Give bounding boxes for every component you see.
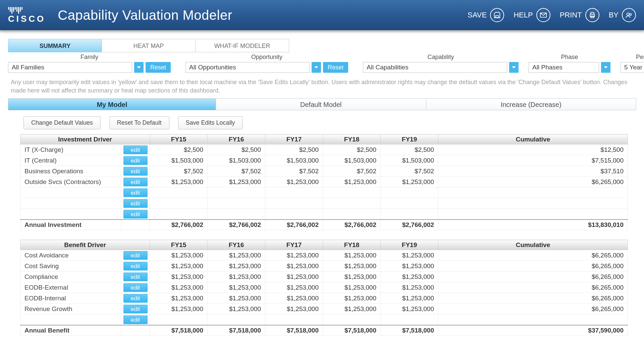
svg-point-5 — [627, 13, 629, 15]
cell-value: $1,253,000 — [381, 304, 438, 314]
tab-whatif[interactable]: WHAT-IF MODELER — [195, 39, 289, 52]
edit-button[interactable]: edit — [123, 188, 148, 197]
total-row: Annual Benefit$7,518,000$7,518,000$7,518… — [20, 325, 628, 336]
period-dropdown[interactable]: 5 Year — [621, 62, 644, 73]
model-tabs: My Model Default Model Increase (Decreas… — [8, 98, 636, 110]
family-dd-arrow-icon[interactable] — [134, 62, 144, 73]
row-label: EODB-Internal — [20, 293, 121, 304]
cell-cumulative: $6,265,000 — [438, 282, 628, 293]
opportunity-dd-arrow-icon[interactable] — [312, 62, 321, 73]
edit-button[interactable]: edit — [123, 210, 148, 219]
phase-dd-arrow-icon[interactable] — [601, 62, 610, 73]
capability-dd-arrow-icon[interactable] — [509, 62, 519, 73]
row-label — [20, 198, 121, 209]
cell-value — [323, 209, 381, 220]
row-label: EODB-External — [20, 282, 121, 293]
cell-value: $1,253,000 — [323, 293, 381, 304]
table-row: Cost Avoidanceedit$1,253,000$1,253,000$1… — [20, 250, 628, 261]
cell-value: $1,253,000 — [208, 304, 265, 314]
cell-cumulative — [438, 198, 628, 209]
tab-default-model[interactable]: Default Model — [216, 98, 426, 110]
edit-button[interactable]: edit — [123, 199, 148, 208]
tab-summary[interactable]: SUMMARY — [8, 39, 102, 52]
edit-button[interactable]: edit — [123, 167, 148, 176]
period-label: Period — [636, 54, 644, 61]
opportunity-label: Opportunity — [251, 54, 282, 61]
cell-value: $1,503,000 — [208, 155, 265, 166]
cisco-logo-bars — [8, 7, 46, 14]
edit-button[interactable]: edit — [123, 273, 148, 281]
phase-label: Phase — [561, 54, 578, 61]
family-label: Family — [80, 54, 98, 61]
edit-button[interactable]: edit — [123, 178, 148, 186]
edit-button[interactable]: edit — [123, 315, 148, 324]
row-label — [20, 209, 121, 220]
cell-value: $1,253,000 — [150, 282, 208, 293]
header-shadow — [0, 30, 644, 33]
th-fy18-b: FY18 — [323, 240, 381, 250]
by-button[interactable]: BY — [609, 8, 636, 22]
th-investment-driver: Investment Driver — [20, 134, 150, 144]
svg-rect-0 — [496, 16, 499, 18]
family-dropdown[interactable]: All Families — [8, 62, 132, 73]
edit-button[interactable]: edit — [123, 156, 148, 165]
cell-value: $1,253,000 — [208, 272, 265, 282]
cell-value: $1,253,000 — [208, 177, 265, 187]
tab-increase-decrease[interactable]: Increase (Decrease) — [426, 98, 637, 110]
phase-value: All Phases — [532, 62, 562, 73]
edit-button[interactable]: edit — [123, 145, 148, 154]
cell-value: $1,253,000 — [323, 272, 381, 282]
info-text: Any user may temporarily edit values in … — [0, 75, 644, 98]
cell-value: $2,500 — [265, 144, 323, 155]
cell-value: $7,502 — [323, 166, 381, 177]
print-button[interactable]: PRINT — [560, 8, 599, 22]
edit-button[interactable]: edit — [123, 305, 148, 313]
cell-value: $1,253,000 — [208, 293, 265, 304]
cell-value: $1,253,000 — [150, 293, 208, 304]
th-fy17-b: FY17 — [265, 240, 323, 250]
th-benefit-driver: Benefit Driver — [20, 240, 150, 250]
capability-label: Capability — [428, 54, 454, 61]
users-icon — [622, 8, 636, 22]
total-label: Annual Investment — [20, 220, 121, 230]
opportunity-reset-button[interactable]: Reset — [323, 62, 348, 73]
tab-heatmap[interactable]: HEAT MAP — [102, 39, 196, 52]
cell-cumulative: $6,265,000 — [438, 250, 628, 261]
capability-dropdown[interactable]: All Capabilities — [363, 62, 507, 73]
opportunity-dropdown[interactable]: All Opportunities — [185, 62, 310, 73]
cell-value — [208, 187, 265, 198]
cell-value: $1,253,000 — [265, 304, 323, 314]
cell-value: $1,253,000 — [323, 177, 381, 187]
header-bar: CISCO Capability Valuation Modeler SAVE … — [0, 0, 644, 30]
row-label: IT (X-Charge) — [20, 144, 121, 155]
table-row: edit — [20, 187, 628, 198]
cell-value: $7,502 — [265, 166, 323, 177]
cell-cumulative: $12,500 — [438, 144, 628, 155]
help-button[interactable]: HELP — [514, 8, 550, 22]
cell-value — [323, 198, 381, 209]
family-reset-button[interactable]: Reset — [146, 62, 171, 73]
edit-button[interactable]: edit — [123, 262, 148, 270]
reset-to-default-button[interactable]: Reset To Default — [109, 116, 169, 129]
capability-value: All Capabilities — [367, 62, 409, 73]
save-button[interactable]: SAVE — [468, 8, 504, 22]
cell-value: $1,253,000 — [265, 261, 323, 272]
cell-cumulative — [438, 209, 628, 220]
cell-value: $1,253,000 — [208, 282, 265, 293]
cell-value: $1,503,000 — [323, 155, 381, 166]
opportunity-value: All Opportunities — [189, 62, 236, 73]
change-default-values-button[interactable]: Change Default Values — [23, 116, 101, 129]
edit-button[interactable]: edit — [123, 251, 148, 260]
edit-button[interactable]: edit — [123, 294, 148, 303]
cell-value: $1,253,000 — [265, 282, 323, 293]
save-edits-locally-button[interactable]: Save Edits Locally — [178, 116, 243, 129]
by-label: BY — [609, 11, 619, 19]
tab-my-model[interactable]: My Model — [8, 98, 216, 110]
th-fy15-b: FY15 — [150, 240, 208, 250]
phase-dropdown[interactable]: All Phases — [529, 62, 599, 73]
table-row: EODB-Externaledit$1,253,000$1,253,000$1,… — [20, 282, 628, 293]
cell-cumulative: $7,515,000 — [438, 155, 628, 166]
cell-cumulative: $6,265,000 — [438, 261, 628, 272]
edit-button[interactable]: edit — [123, 283, 148, 292]
cell-cumulative: $6,265,000 — [438, 293, 628, 304]
